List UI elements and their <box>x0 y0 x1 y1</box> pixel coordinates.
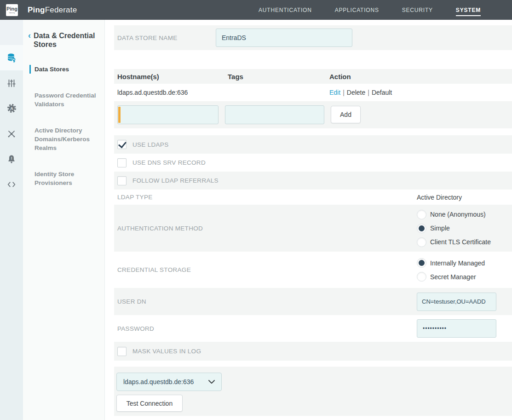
integrations-icon[interactable] <box>0 121 23 146</box>
data-credential-stores-icon[interactable] <box>0 45 23 70</box>
secondary-sidebar: ‹ Data & Credential Stores Data Stores P… <box>23 20 105 420</box>
action-separator: | <box>365 89 372 96</box>
action-separator: | <box>340 89 347 96</box>
hostname-actions: Edit|Delete|Default <box>329 88 392 97</box>
col-hostnames: Hostname(s) <box>117 73 159 81</box>
admin-accounts-icon[interactable]: A <box>0 96 23 121</box>
radio-selected-icon[interactable] <box>417 224 426 233</box>
hostname-table-row: ldaps.ad.questdb.de:636 Edit|Delete|Defa… <box>114 84 512 101</box>
user-dn-row: USER DN <box>114 288 512 315</box>
radio-label: Client TLS Certificate <box>430 238 491 246</box>
icon-rail: A ! <box>0 20 23 420</box>
radio-unselected-icon[interactable] <box>417 272 426 282</box>
top-navbar: Ping Identity PingFederate AUTHENTICATIO… <box>0 0 512 20</box>
logo-subtext: Identity <box>9 12 15 14</box>
user-dn-label: USER DN <box>117 298 146 305</box>
radio-label: Simple <box>430 224 450 232</box>
radio-option-simple[interactable]: Simple <box>417 221 491 235</box>
hostnames-table-header: Hostname(s) Tags Action <box>114 69 512 84</box>
authentication-method-label: AUTHENTICATION METHOD <box>117 225 203 232</box>
radio-label: Internally Managed <box>430 259 485 267</box>
edit-link[interactable]: Edit <box>329 89 340 96</box>
test-connection-button[interactable]: Test Connection <box>116 395 183 412</box>
nav-system[interactable]: SYSTEM <box>456 4 481 16</box>
user-dn-input[interactable] <box>417 293 496 311</box>
logo-text: Ping <box>6 6 17 12</box>
new-tags-input[interactable] <box>225 105 324 124</box>
sidebar-item-ad-domains-kerberos-realms[interactable]: Active Directory Domains/Kerberos Realms <box>29 126 100 152</box>
sidebar-items: Data Stores Password Credential Validato… <box>23 65 104 187</box>
sidebar-item-identity-store-provisioners[interactable]: Identity Store Provisioners <box>29 170 100 187</box>
sidebar-item-data-stores[interactable]: Data Stores <box>29 65 100 74</box>
use-dns-srv-checkbox[interactable] <box>117 158 127 167</box>
authentication-method-options: None (Anonymous) Simple Client TLS Certi… <box>417 205 491 252</box>
connection-test-section: ldaps.ad.questdb.de:636 Test Connection <box>114 367 512 416</box>
nav-applications[interactable]: APPLICATIONS <box>335 4 379 16</box>
data-store-name-input[interactable] <box>216 29 352 47</box>
radio-option-none-anonymous[interactable]: None (Anonymous) <box>417 207 491 221</box>
authentication-method-row: AUTHENTICATION METHOD None (Anonymous) S… <box>114 205 512 252</box>
back-chevron-icon[interactable]: ‹ <box>28 31 31 49</box>
password-label: PASSWORD <box>117 325 154 332</box>
credential-storage-row: CREDENTIAL STORAGE Internally Managed Se… <box>114 252 512 288</box>
hostname-select-value: ldaps.ad.questdb.de:636 <box>123 378 208 385</box>
use-ldaps-checkbox[interactable] <box>117 140 127 149</box>
use-ldaps-label: USE LDAPS <box>132 141 168 148</box>
radio-label: Secret Manager <box>430 273 476 281</box>
sidebar-section-title: Data & Credential Stores <box>34 31 96 49</box>
notifications-icon[interactable]: ! <box>0 146 23 172</box>
use-ldaps-row: USE LDAPS <box>114 135 512 154</box>
ping-identity-logo: Ping Identity <box>6 4 18 16</box>
radio-label: None (Anonymous) <box>430 211 486 218</box>
data-store-name-row: DATA STORE NAME <box>114 25 512 50</box>
main-content: DATA STORE NAME Hostname(s) Tags Action … <box>105 20 512 420</box>
password-row: PASSWORD <box>114 315 512 342</box>
ldap-type-row: LDAP TYPE Active Directory <box>114 190 512 205</box>
ldap-type-value: Active Directory <box>417 194 462 201</box>
app-title-bold: Ping <box>28 6 45 14</box>
credential-storage-label: CREDENTIAL STORAGE <box>117 266 191 273</box>
hostname-value: ldaps.ad.questdb.de:636 <box>117 89 188 96</box>
ldap-type-label: LDAP TYPE <box>117 194 153 201</box>
add-hostname-row: Add <box>114 101 512 128</box>
radio-option-client-tls-certificate[interactable]: Client TLS Certificate <box>417 235 491 249</box>
mask-values-label: MASK VALUES IN LOG <box>132 348 201 355</box>
nav-security[interactable]: SECURITY <box>402 4 433 16</box>
api-explorer-icon[interactable] <box>0 172 23 197</box>
primary-nav: AUTHENTICATION APPLICATIONS SECURITY SYS… <box>259 4 481 16</box>
use-dns-srv-label: USE DNS SRV RECORD <box>132 159 206 166</box>
server-settings-icon[interactable] <box>0 70 23 96</box>
svg-text:!: ! <box>11 156 12 161</box>
mask-values-row: MASK VALUES IN LOG <box>114 342 512 361</box>
password-input[interactable] <box>417 319 496 338</box>
follow-ldap-referrals-label: FOLLOW LDAP REFERRALS <box>132 177 219 184</box>
app-title-light: Federate <box>45 6 77 14</box>
new-hostname-input[interactable] <box>117 105 219 124</box>
radio-unselected-icon[interactable] <box>417 237 426 247</box>
radio-option-secret-manager[interactable]: Secret Manager <box>417 270 485 284</box>
radio-unselected-icon[interactable] <box>417 210 426 219</box>
follow-ldap-referrals-row: FOLLOW LDAP REFERRALS <box>114 172 512 190</box>
app-title: PingFederate <box>28 6 77 15</box>
radio-option-internally-managed[interactable]: Internally Managed <box>417 256 485 270</box>
rail-spacer <box>0 20 23 45</box>
follow-ldap-referrals-checkbox[interactable] <box>117 176 127 185</box>
delete-link[interactable]: Delete <box>347 89 365 96</box>
add-button[interactable]: Add <box>331 106 361 123</box>
required-field-indicator <box>117 105 219 124</box>
sidebar-item-password-credential-validators[interactable]: Password Credential Validators <box>29 91 100 109</box>
mask-values-checkbox[interactable] <box>117 347 127 356</box>
use-dns-srv-row: USE DNS SRV RECORD <box>114 154 512 172</box>
nav-authentication[interactable]: AUTHENTICATION <box>259 4 312 16</box>
credential-storage-options: Internally Managed Secret Manager <box>417 252 485 288</box>
col-tags: Tags <box>228 73 243 81</box>
default-link[interactable]: Default <box>372 89 392 96</box>
col-action: Action <box>329 73 351 81</box>
chevron-down-icon <box>208 380 215 384</box>
hostname-select[interactable]: ldaps.ad.questdb.de:636 <box>116 373 222 391</box>
data-store-name-label: DATA STORE NAME <box>117 35 178 41</box>
radio-selected-icon[interactable] <box>417 258 426 268</box>
svg-text:A: A <box>10 106 13 111</box>
sidebar-back-header[interactable]: ‹ Data & Credential Stores <box>28 31 104 49</box>
